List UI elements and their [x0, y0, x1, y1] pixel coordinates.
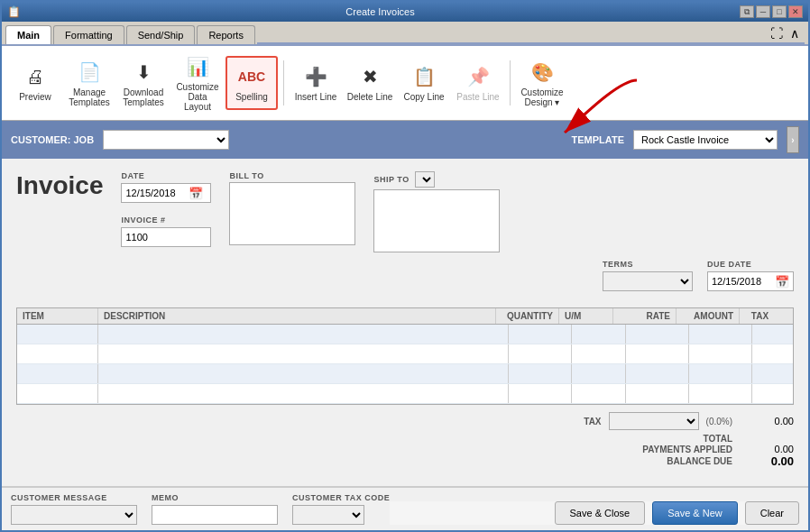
row4-tax[interactable]: [752, 384, 793, 403]
row2-qty[interactable]: [509, 344, 572, 363]
date-field-group: DATE 📅: [121, 171, 211, 203]
date-input-wrap[interactable]: 📅: [121, 183, 211, 203]
row1-amount-input[interactable]: [693, 327, 748, 341]
row1-desc[interactable]: [98, 325, 509, 344]
delete-line-button[interactable]: ✖ Delete Line: [344, 56, 396, 110]
row4-rate[interactable]: [626, 384, 689, 403]
col-header-um: U/M: [559, 308, 613, 324]
row4-qty[interactable]: [509, 384, 572, 403]
download-icon: ⬇: [131, 60, 156, 85]
row1-amount[interactable]: [689, 325, 752, 344]
preview-button[interactable]: 🖨 Preview: [9, 56, 61, 110]
date-invoicenum-section: DATE 📅 INVOICE #: [121, 171, 211, 254]
row3-tax[interactable]: [752, 364, 793, 383]
row2-item[interactable]: [17, 344, 98, 363]
row1-um[interactable]: [572, 325, 626, 344]
template-select[interactable]: Rock Castle Invoice: [633, 130, 778, 150]
memo-input[interactable]: [152, 505, 278, 525]
row2-amount[interactable]: [689, 344, 752, 363]
save-new-button[interactable]: Save & New: [652, 501, 738, 525]
copy-line-button[interactable]: 📋 Copy Line: [398, 56, 450, 110]
row1-qty[interactable]: [509, 325, 572, 344]
ship-to-label: SHIP TO: [373, 175, 409, 184]
minimize-button[interactable]: ─: [756, 5, 770, 18]
row1-item-input[interactable]: [21, 327, 94, 341]
row4-item[interactable]: [17, 384, 98, 403]
date-input[interactable]: [122, 186, 185, 200]
manage-templates-button[interactable]: 📄 Manage Templates: [63, 55, 115, 112]
row1-rate-input[interactable]: [630, 327, 685, 341]
tax-code-select[interactable]: [609, 412, 699, 430]
ship-to-input[interactable]: [373, 189, 500, 252]
row2-desc[interactable]: [98, 344, 509, 363]
customer-job-label: CUSTOMER: JOB: [11, 134, 94, 145]
row3-rate[interactable]: [626, 364, 689, 383]
invoice-title: Invoice: [16, 171, 103, 200]
download-button[interactable]: ⬇ Download Templates: [117, 55, 170, 112]
customize-design-label: Customize Design ▾: [519, 87, 566, 107]
manage-templates-label: Manage Templates: [66, 87, 113, 107]
row3-item[interactable]: [17, 364, 98, 383]
insert-line-icon: ➕: [303, 64, 328, 89]
invoice-num-input[interactable]: [125, 232, 207, 243]
due-date-field-group: DUE DATE 📅: [707, 260, 794, 291]
row2-um[interactable]: [572, 344, 626, 363]
customer-message-select[interactable]: [11, 505, 137, 525]
row3-desc[interactable]: [98, 364, 509, 383]
clear-button[interactable]: Clear: [745, 501, 799, 525]
row2-rate[interactable]: [626, 344, 689, 363]
row2-item-input[interactable]: [21, 347, 94, 361]
tab-reports[interactable]: Reports: [197, 25, 255, 44]
due-date-calendar-icon[interactable]: 📅: [771, 273, 793, 290]
paste-line-button[interactable]: 📌 Paste Line: [452, 56, 504, 110]
main-window: 📋 Create Invoices ⧉ ─ □ ✕ Main Formattin…: [0, 0, 810, 532]
col-header-amount: AMOUNT: [677, 308, 740, 324]
customer-tax-code-section: CUSTOMER TAX CODE: [292, 493, 390, 525]
row1-item[interactable]: [17, 325, 98, 344]
ship-to-select[interactable]: [415, 171, 435, 188]
bill-to-input[interactable]: [229, 182, 355, 245]
invoice-num-field-group: INVOICE #: [121, 216, 211, 247]
title-bar-left: 📋: [7, 5, 21, 18]
bill-to-section: BILL TO: [229, 171, 355, 254]
copy-line-icon: 📋: [411, 64, 437, 89]
customize-data-label: Customize Data Layout: [174, 82, 221, 112]
col-header-description: DESCRIPTION: [98, 308, 496, 324]
insert-line-button[interactable]: ➕ Insert Line: [290, 56, 342, 110]
row4-desc[interactable]: [98, 384, 509, 403]
maximize-button[interactable]: □: [772, 5, 787, 18]
calendar-icon[interactable]: 📅: [185, 185, 207, 202]
row4-um[interactable]: [572, 384, 626, 403]
row1-desc-input[interactable]: [102, 327, 504, 341]
customer-job-select[interactable]: [103, 130, 229, 150]
row1-tax-input[interactable]: [756, 327, 789, 341]
due-date-input-wrap[interactable]: 📅: [707, 271, 794, 291]
row1-qty-input[interactable]: [512, 327, 567, 341]
row1-um-input[interactable]: [575, 327, 621, 341]
tab-main[interactable]: Main: [5, 25, 51, 44]
tab-send-ship[interactable]: Send/Ship: [126, 25, 196, 44]
side-collapse[interactable]: ›: [787, 126, 799, 153]
save-close-button[interactable]: Save & Close: [555, 501, 646, 525]
customize-data-button[interactable]: 📊 Customize Data Layout: [171, 50, 224, 116]
expand-icon[interactable]: ⛶: [769, 24, 785, 42]
row4-amount[interactable]: [689, 384, 752, 403]
row3-qty[interactable]: [509, 364, 572, 383]
row3-um[interactable]: [572, 364, 626, 383]
collapse-icon[interactable]: ∧: [788, 24, 801, 42]
toolbar-separator-2: [510, 60, 511, 105]
row1-tax[interactable]: [752, 325, 793, 344]
due-date-input[interactable]: [708, 274, 771, 289]
row3-amount[interactable]: [689, 364, 752, 383]
customer-tax-code-select[interactable]: [292, 505, 364, 525]
title-bar-controls: ⧉ ─ □ ✕: [740, 5, 803, 18]
spelling-button[interactable]: ABC Spelling: [226, 56, 278, 110]
customize-design-button[interactable]: 🎨 Customize Design ▾: [516, 55, 568, 112]
row1-rate[interactable]: [626, 325, 689, 344]
close-button[interactable]: ✕: [788, 5, 803, 18]
invoice-header-section: Invoice DATE 📅: [16, 171, 794, 298]
row2-tax[interactable]: [752, 344, 793, 363]
restore-button[interactable]: ⧉: [740, 5, 754, 18]
terms-select[interactable]: [603, 271, 693, 291]
tab-formatting[interactable]: Formatting: [53, 25, 124, 44]
